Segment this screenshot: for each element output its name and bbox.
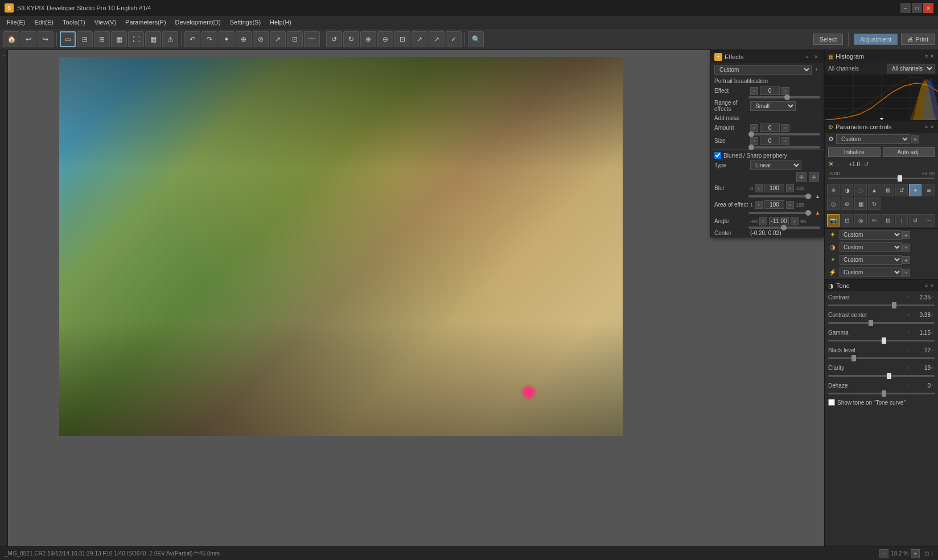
auto-adj-button[interactable]: Auto adj. xyxy=(883,147,935,157)
tone-add-btn[interactable]: + xyxy=(902,244,910,252)
tb-zoom-out[interactable]: ⊖ xyxy=(377,31,393,47)
menu-tools[interactable]: Tools(T) xyxy=(58,18,90,27)
tb-filmstrip-view[interactable]: ▦ xyxy=(111,31,127,47)
icon-crop[interactable]: ⊠ xyxy=(882,184,894,196)
bl-track[interactable] xyxy=(828,357,935,359)
icon-more[interactable]: ⋯ xyxy=(923,214,935,227)
icon-effects-active[interactable]: ✦ xyxy=(909,184,921,196)
effects-panel-pin[interactable]: ≡ xyxy=(803,53,811,61)
effects-preset-dropdown[interactable]: Custom xyxy=(714,65,812,75)
zoom-in-btn[interactable]: + xyxy=(911,549,920,558)
gamma-increase[interactable]: › xyxy=(932,330,933,335)
icon-brush[interactable]: ✏ xyxy=(868,214,881,227)
wb-add-btn[interactable]: + xyxy=(902,231,910,239)
icon-grid2[interactable]: ▦ xyxy=(854,197,867,210)
menu-view[interactable]: View(V) xyxy=(90,18,121,27)
area-slider-track[interactable] xyxy=(748,212,812,214)
icon-sharpness[interactable]: ▲ xyxy=(868,184,881,196)
color-add-btn[interactable]: + xyxy=(902,256,910,264)
icon-reset2[interactable]: ↺ xyxy=(909,214,921,227)
icon-resize[interactable]: ↕ xyxy=(895,214,908,227)
dehaze-thumb[interactable] xyxy=(882,390,886,397)
show-tone-checkbox[interactable] xyxy=(828,399,835,406)
clarity-track[interactable] xyxy=(828,375,935,377)
exposure-reset-icon[interactable]: ↺ xyxy=(864,161,869,167)
amount-decrease[interactable]: ‹ xyxy=(750,124,758,132)
cc-track[interactable] xyxy=(828,322,935,324)
init-button[interactable]: Initialize xyxy=(828,147,881,157)
icon-undo2[interactable]: ↺ xyxy=(895,184,908,196)
contrast-thumb[interactable] xyxy=(892,302,896,308)
tb-open-button[interactable]: ↩ xyxy=(20,31,36,47)
crosshair-btn-1[interactable]: ✛ xyxy=(796,172,807,182)
size-slider-thumb[interactable] xyxy=(748,145,754,150)
tb-rotate-right[interactable]: ↻ xyxy=(343,31,359,47)
menu-settings[interactable]: Settings(S) xyxy=(225,18,265,27)
tb-undo[interactable]: ↶ xyxy=(184,31,200,47)
blur-slider-thumb[interactable] xyxy=(805,193,811,199)
icon-rotate2[interactable]: ↻ xyxy=(868,197,881,210)
crosshair-btn-2[interactable]: ✛ xyxy=(809,172,819,182)
blur-slider-track[interactable] xyxy=(748,195,812,197)
left-panel-arrow[interactable]: › xyxy=(1,52,7,58)
cc-increase[interactable]: › xyxy=(932,312,933,318)
tb-zoom-in[interactable]: ⊕ xyxy=(360,31,376,47)
tone-pin[interactable]: ≡ xyxy=(925,283,928,289)
tb-export2[interactable]: ↗ xyxy=(429,31,445,47)
icon-filter2[interactable]: ≋ xyxy=(923,184,935,196)
dehaze-track[interactable] xyxy=(828,393,935,394)
menu-help[interactable]: Help(H) xyxy=(265,18,296,27)
cc-thumb[interactable] xyxy=(869,320,873,326)
color-custom-dropdown[interactable]: Custom xyxy=(840,255,902,265)
size-increase[interactable]: › xyxy=(781,137,789,145)
exposure-increase[interactable]: › xyxy=(861,162,863,167)
tb-fit[interactable]: ⊡ xyxy=(394,31,410,47)
icon-color[interactable]: ◌ xyxy=(854,184,867,196)
angle-slider-thumb[interactable] xyxy=(781,225,787,230)
exposure-slider-thumb[interactable] xyxy=(898,175,902,182)
tb-pickup[interactable]: ✦ xyxy=(219,31,234,47)
params-add-btn[interactable]: + xyxy=(911,135,919,143)
contrast-track[interactable] xyxy=(828,304,935,306)
angle-decrease[interactable]: ‹ xyxy=(759,217,767,225)
print-button[interactable]: 🖨 Print xyxy=(901,34,935,45)
contrast-increase[interactable]: › xyxy=(932,294,933,300)
tone-close[interactable]: ✕ xyxy=(930,283,935,289)
tb-select[interactable]: ⊡ xyxy=(287,31,303,47)
close-button[interactable]: ✕ xyxy=(923,3,933,13)
effect-increase[interactable]: › xyxy=(781,87,789,95)
histogram-channel-select[interactable]: All channels xyxy=(887,64,935,73)
tb-paste[interactable]: ↗ xyxy=(270,31,286,47)
blur-increase[interactable]: › xyxy=(786,184,794,192)
tb-export[interactable]: ↗ xyxy=(412,31,427,47)
type-dropdown[interactable]: Linear xyxy=(750,160,801,170)
zoom-out-btn[interactable]: − xyxy=(879,549,888,558)
bl-increase[interactable]: › xyxy=(932,347,933,353)
tb-search[interactable]: 🔍 xyxy=(468,31,484,47)
wb-dropdown[interactable]: Custom xyxy=(840,230,902,240)
tb-save-button[interactable]: ↪ xyxy=(38,31,54,47)
effect-decrease[interactable]: ‹ xyxy=(750,87,758,95)
amount-slider-thumb[interactable] xyxy=(748,131,754,137)
effects-add-btn[interactable]: + xyxy=(813,65,820,73)
amount-slider-track[interactable] xyxy=(748,133,820,135)
menu-edit[interactable]: Edit(E) xyxy=(30,18,58,27)
menu-parameters[interactable]: Parameters(P) xyxy=(121,18,171,27)
angle-increase[interactable]: › xyxy=(791,217,799,225)
effects-panel-close[interactable]: ✕ xyxy=(812,53,820,61)
exposure-decrease[interactable]: ‹ xyxy=(837,162,839,167)
select-button[interactable]: Select xyxy=(813,34,844,45)
area-increase[interactable]: › xyxy=(786,201,794,209)
menu-file[interactable]: File(E) xyxy=(2,18,30,27)
tb-single-view[interactable]: ▭ xyxy=(60,31,76,47)
tb-quad-view[interactable]: ⊞ xyxy=(94,31,110,47)
icon-wb[interactable]: ☀ xyxy=(827,184,840,196)
tb-grid-view[interactable]: ▦ xyxy=(145,31,161,47)
params-pin[interactable]: ≡ xyxy=(925,124,928,130)
clarity-increase[interactable]: › xyxy=(932,365,933,370)
minimize-button[interactable]: − xyxy=(900,3,911,13)
tb-fullscreen[interactable]: ⛶ xyxy=(128,31,144,47)
icon-wb2[interactable]: ⊡ xyxy=(841,214,853,227)
tb-dual-view[interactable]: ⊟ xyxy=(77,31,93,47)
params-close[interactable]: ✕ xyxy=(930,124,935,130)
